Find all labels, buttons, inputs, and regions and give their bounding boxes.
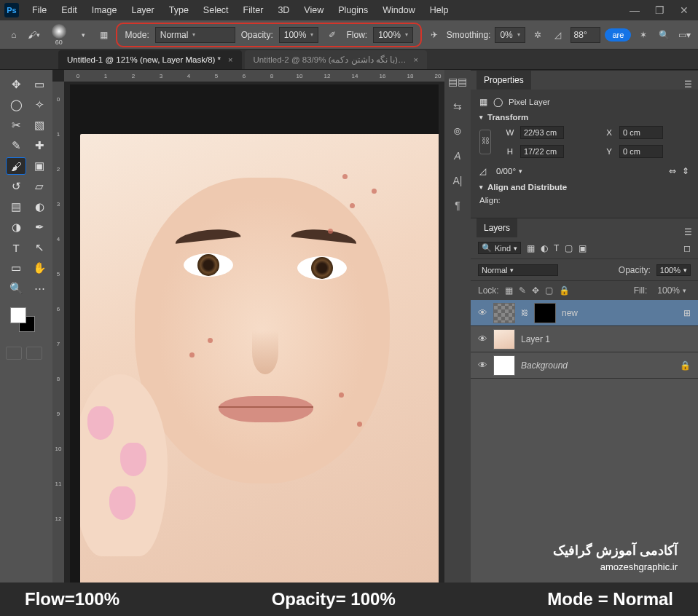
lasso-tool[interactable]: ◯ bbox=[6, 96, 26, 114]
layer-name[interactable]: Layer 1 bbox=[521, 334, 550, 344]
panel-menu-icon[interactable]: ☰ bbox=[684, 227, 692, 237]
rotation-input[interactable]: 0/00°▾ bbox=[492, 165, 527, 177]
screenmode-icon[interactable] bbox=[26, 347, 42, 360]
eraser-tool[interactable]: ▱ bbox=[29, 178, 50, 195]
quickmask-icon[interactable] bbox=[6, 347, 22, 360]
layer-row-layer1[interactable]: 👁 Layer 1 bbox=[471, 326, 698, 352]
menu-file[interactable]: File bbox=[26, 2, 52, 18]
align-heading[interactable]: Align and Distribute bbox=[487, 183, 567, 191]
smoothing-gear-icon[interactable]: ✲ bbox=[530, 27, 546, 43]
adjust-panel-icon[interactable]: ⊚ bbox=[450, 124, 466, 138]
zoom-tool[interactable]: 🔍 bbox=[6, 280, 26, 297]
flip-v-icon[interactable]: ⇕ bbox=[682, 166, 689, 176]
character-panel-icon[interactable]: A bbox=[450, 149, 466, 163]
brush-tool[interactable]: 🖌 bbox=[6, 157, 26, 175]
filter-smart-icon[interactable]: ▣ bbox=[579, 243, 587, 253]
width-input[interactable] bbox=[520, 126, 564, 139]
menu-edit[interactable]: Edit bbox=[55, 2, 83, 18]
menu-window[interactable]: Window bbox=[377, 2, 420, 18]
lock-all-icon[interactable]: 🔒 bbox=[559, 285, 570, 296]
close-button[interactable]: ✕ bbox=[672, 1, 697, 20]
canvas[interactable] bbox=[70, 84, 439, 583]
layers-tab[interactable]: Layers bbox=[477, 218, 517, 237]
angle-input[interactable]: 88° bbox=[570, 27, 601, 43]
marquee-tool[interactable]: ▭ bbox=[29, 76, 50, 93]
hand-tool[interactable]: ✋ bbox=[29, 259, 50, 277]
dodge-tool[interactable]: ◑ bbox=[6, 218, 26, 236]
lock-artboard-icon[interactable]: ▢ bbox=[545, 285, 553, 296]
blend-mode-dropdown[interactable]: Normal▾ bbox=[478, 264, 558, 276]
share-button[interactable]: are bbox=[605, 28, 631, 42]
visibility-icon[interactable]: 👁 bbox=[478, 307, 487, 318]
transform-heading[interactable]: Transform bbox=[487, 113, 528, 122]
menu-filter[interactable]: Filter bbox=[238, 2, 270, 18]
type-tool[interactable]: T bbox=[6, 239, 26, 256]
flip-h-icon[interactable]: ⇔ bbox=[669, 166, 676, 176]
filter-shape-icon[interactable]: ▢ bbox=[565, 243, 573, 253]
eyedropper-tool[interactable]: ✎ bbox=[6, 137, 26, 154]
tab-untitled-2[interactable]: Untitled-2 @ 83/9% (با نگه داشتن دکمه)… … bbox=[245, 50, 427, 69]
paragraph-panel-icon[interactable]: A| bbox=[450, 173, 466, 188]
lock-position-icon[interactable]: ✥ bbox=[532, 285, 539, 296]
foreground-swatch[interactable] bbox=[10, 307, 26, 323]
search-icon[interactable]: 🔍 bbox=[656, 27, 672, 43]
stamp-tool[interactable]: ▣ bbox=[29, 157, 50, 175]
swatches-panel-icon[interactable]: ⇆ bbox=[450, 99, 466, 114]
pen-tool[interactable]: ✒ bbox=[29, 218, 50, 236]
layer-name[interactable]: Background bbox=[521, 360, 568, 371]
height-input[interactable] bbox=[520, 145, 564, 158]
y-input[interactable] bbox=[619, 145, 663, 158]
airbrush-icon[interactable]: ✈ bbox=[426, 27, 442, 43]
filter-toggle-icon[interactable]: ◻ bbox=[683, 243, 691, 253]
workspace-dropdown-icon[interactable]: ▭▾ bbox=[676, 27, 692, 43]
properties-tab[interactable]: Properties bbox=[477, 71, 531, 90]
link-dimensions-icon[interactable] bbox=[479, 130, 491, 154]
layer-name[interactable]: new bbox=[562, 308, 578, 318]
brush-picker-chevron-icon[interactable]: ▾ bbox=[76, 27, 92, 43]
menu-view[interactable]: View bbox=[298, 2, 329, 18]
opacity-pressure-icon[interactable]: ✐ bbox=[324, 27, 340, 43]
layer-add-icon[interactable]: ⊞ bbox=[683, 308, 691, 318]
visibility-icon[interactable]: 👁 bbox=[478, 360, 487, 371]
restore-button[interactable]: ❐ bbox=[647, 1, 672, 20]
close-icon[interactable]: × bbox=[228, 55, 232, 64]
lock-pixels-icon[interactable]: ✎ bbox=[519, 285, 526, 296]
flow-dropdown[interactable]: 100%▾ bbox=[373, 27, 413, 43]
frame-tool[interactable]: ▧ bbox=[29, 117, 50, 134]
layer-thumb[interactable] bbox=[493, 355, 515, 376]
menu-select[interactable]: Select bbox=[197, 2, 235, 18]
blur-tool[interactable]: ◐ bbox=[29, 198, 50, 216]
symmetry-icon[interactable]: ✶ bbox=[635, 27, 651, 43]
smoothing-dropdown[interactable]: 0%▾ bbox=[495, 27, 525, 43]
fill-input[interactable]: 100%▾ bbox=[653, 284, 691, 297]
mask-thumb[interactable] bbox=[534, 303, 556, 323]
color-swatches[interactable] bbox=[6, 304, 50, 336]
brush-panel-icon[interactable]: ▦ bbox=[96, 27, 112, 43]
layer-thumb[interactable] bbox=[493, 303, 515, 323]
edit-toolbar-icon[interactable]: ⋯ bbox=[29, 280, 50, 297]
x-input[interactable] bbox=[619, 126, 663, 139]
menu-plugins[interactable]: Plugins bbox=[332, 2, 374, 18]
glyphs-panel-icon[interactable]: ¶ bbox=[450, 198, 466, 213]
filter-type-icon[interactable]: T bbox=[554, 243, 559, 253]
shape-tool[interactable]: ▭ bbox=[6, 259, 26, 277]
layer-row-background[interactable]: 👁 Background 🔒 bbox=[471, 352, 698, 379]
menu-3d[interactable]: 3D bbox=[272, 2, 295, 18]
opacity-dropdown[interactable]: 100%▾ bbox=[279, 27, 319, 43]
healing-tool[interactable]: ✚ bbox=[29, 137, 50, 154]
menu-type[interactable]: Type bbox=[163, 2, 195, 18]
move-tool[interactable]: ✥ bbox=[6, 76, 26, 93]
visibility-icon[interactable]: 👁 bbox=[478, 333, 487, 344]
filter-adjust-icon[interactable]: ◐ bbox=[541, 243, 548, 253]
lock-transparency-icon[interactable]: ▦ bbox=[505, 285, 513, 296]
layer-opacity-input[interactable]: 100%▾ bbox=[656, 264, 691, 276]
path-select-tool[interactable]: ↖ bbox=[29, 239, 50, 256]
menu-layer[interactable]: Layer bbox=[125, 2, 160, 18]
tab-untitled-1[interactable]: Untitled-1 @ 121% (new, Layer Mask/8) * … bbox=[58, 50, 242, 69]
home-icon[interactable]: ⌂ bbox=[6, 27, 22, 43]
magic-wand-tool[interactable]: ✧ bbox=[29, 96, 50, 114]
menu-image[interactable]: Image bbox=[86, 2, 123, 18]
filter-pixels-icon[interactable]: ▦ bbox=[527, 243, 535, 253]
brush-preview[interactable]: 60 bbox=[47, 24, 71, 46]
tool-preset-icon[interactable]: 🖌▾ bbox=[26, 27, 42, 43]
